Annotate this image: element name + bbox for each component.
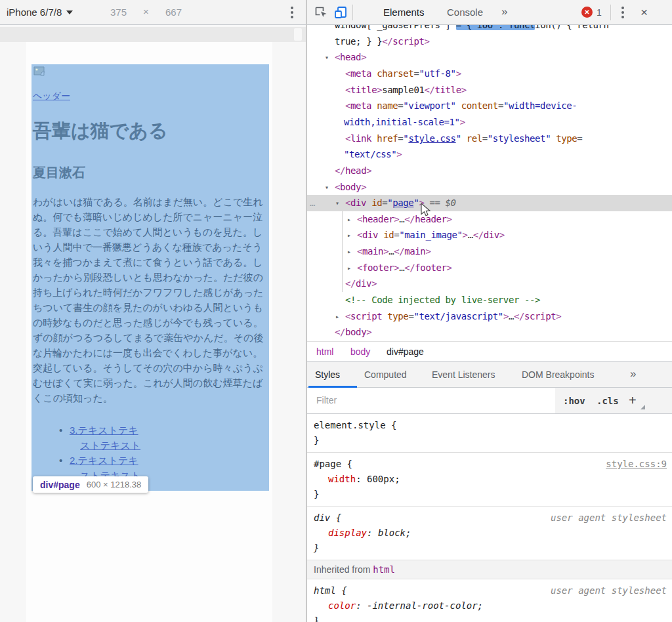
node-markup: <header>…</header> bbox=[357, 211, 452, 228]
device-select[interactable]: iPhone 6/7/8 bbox=[7, 7, 73, 18]
node-markup: <meta charset="utf-8"> bbox=[345, 66, 461, 82]
breadcrumb: html body div#page bbox=[307, 341, 672, 362]
inspect-element-icon[interactable] bbox=[314, 5, 328, 20]
dom-tree-node[interactable]: </head> bbox=[307, 163, 672, 179]
list-item-link-wrap[interactable]: ストテキスト bbox=[80, 440, 140, 451]
node-overflow-icon[interactable]: … bbox=[310, 195, 315, 211]
breadcrumb-html[interactable]: html bbox=[316, 342, 333, 362]
node-markup: <meta name="viewport" content="width=dev… bbox=[345, 98, 577, 114]
dom-tree-node[interactable]: ▸<script type="text/javascript">…</scrip… bbox=[307, 308, 672, 325]
more-tabs-icon[interactable]: » bbox=[501, 0, 507, 25]
emulation-scrollbar-thumb[interactable] bbox=[294, 28, 302, 41]
tab-event-listeners[interactable]: Event Listeners bbox=[432, 362, 495, 388]
error-badge-icon[interactable]: ✕ bbox=[581, 7, 593, 18]
device-emulation-panel: iPhone 6/7/8 375 × 667 ヘッダー 吾輩は猫である 夏目漱石… bbox=[0, 0, 306, 622]
breadcrumb-div-page[interactable]: div#page bbox=[387, 342, 424, 362]
style-property[interactable]: color: -internal-root-color; bbox=[307, 598, 672, 613]
viewport-width-field[interactable]: 375 bbox=[110, 7, 127, 18]
paragraph-line: ぬ。何でも薄暗いじめじめした所でニャーニャー泣 bbox=[33, 209, 269, 224]
style-rule[interactable]: div {user agent stylesheetdisplay: block… bbox=[307, 507, 672, 560]
page-link-list: 3.テキストテキストテキスト2.テキストテキストテキスト bbox=[59, 423, 140, 483]
node-markup: </body> bbox=[335, 324, 371, 341]
viewport-height-field[interactable]: 667 bbox=[165, 7, 182, 18]
toggle-cls[interactable]: .cls bbox=[597, 388, 619, 414]
dom-tree-node[interactable]: <link href="style.css" rel="stylesheet" … bbox=[307, 131, 672, 147]
collapse-arrow-icon[interactable]: ▾ bbox=[325, 179, 329, 196]
dom-tree-node[interactable]: ▸<footer>…</footer> bbox=[307, 260, 672, 276]
node-markup: "text/css"> bbox=[344, 146, 402, 163]
device-select-label: iPhone 6/7/8 bbox=[7, 7, 62, 18]
page-header-link[interactable]: ヘッダー bbox=[33, 91, 70, 102]
mouse-cursor-icon bbox=[421, 203, 432, 218]
element-dimensions-tooltip: div#page 600 × 1218.38 bbox=[33, 476, 148, 493]
list-item-link[interactable]: 3.テキストテキ bbox=[70, 425, 138, 436]
style-rule[interactable]: #page {style.css:9width: 600px;} bbox=[307, 453, 672, 507]
paragraph-line: ちついて書生の顔を見たのがいわゆる人間というも bbox=[33, 300, 269, 315]
expand-arrow-icon[interactable]: ▸ bbox=[335, 308, 339, 325]
emulation-scrollbar-track[interactable] bbox=[0, 27, 306, 42]
paragraph-line: むせぽくて実に弱った。これが人間の飲む煙草たば bbox=[33, 375, 269, 390]
dom-tree-node[interactable]: true; } }</script> bbox=[307, 33, 672, 50]
dom-tree-node[interactable]: <meta name="viewport" content="width=dev… bbox=[307, 98, 672, 114]
paragraph-line: くこの頃知った。 bbox=[33, 390, 269, 405]
collapse-arrow-icon[interactable]: ▾ bbox=[335, 195, 339, 211]
dom-tree-node[interactable]: ▸<div id="main_image">…</div> bbox=[307, 227, 672, 243]
paragraph-line: る。吾輩はここで始めて人間というものを見た。し bbox=[33, 224, 269, 239]
tab-elements[interactable]: Elements bbox=[383, 0, 425, 25]
expand-arrow-icon[interactable]: ▸ bbox=[347, 227, 351, 243]
collapse-arrow-icon[interactable]: ▾ bbox=[325, 49, 329, 66]
dom-tree-node[interactable]: ▸<main>…</main> bbox=[307, 243, 672, 260]
toggle-hov[interactable]: :hov bbox=[563, 388, 585, 414]
device-toolbar-menu-icon[interactable] bbox=[286, 5, 298, 20]
devtools-menu-icon[interactable] bbox=[617, 5, 629, 20]
dom-tree-node[interactable]: </div> bbox=[307, 276, 672, 292]
tab-computed[interactable]: Computed bbox=[364, 362, 407, 388]
tab-console[interactable]: Console bbox=[447, 0, 483, 25]
expand-arrow-icon[interactable]: ▸ bbox=[347, 260, 351, 276]
dom-tree-node[interactable]: <title>sample01</title> bbox=[307, 82, 672, 98]
styles-filter-row: Filter :hov .cls + bbox=[307, 388, 672, 414]
expand-arrow-icon[interactable]: ▸ bbox=[347, 211, 351, 228]
styles-filter-input[interactable]: Filter bbox=[307, 388, 555, 413]
tab-styles[interactable]: Styles bbox=[315, 362, 340, 388]
error-count: 1 bbox=[597, 0, 602, 25]
close-devtools-icon[interactable]: × bbox=[640, 0, 648, 25]
node-markup: true; } }</script> bbox=[335, 33, 430, 50]
style-rule[interactable]: html {user agent stylesheetcolor: -inter… bbox=[307, 579, 672, 622]
list-item: 3.テキストテキストテキスト bbox=[59, 423, 140, 453]
tab-dom-breakpoints[interactable]: DOM Breakpoints bbox=[522, 362, 594, 388]
dom-tree-node[interactable]: ▾<head> bbox=[307, 49, 672, 66]
node-markup: width,initial-scale=1"> bbox=[344, 114, 465, 131]
style-rule[interactable]: element.style {} bbox=[307, 414, 672, 453]
dom-tree: window["_gaUserPrefs"] = { ioo : functio… bbox=[307, 0, 672, 341]
dom-tree-node[interactable]: ▸<header>…</header> bbox=[307, 211, 672, 228]
style-property[interactable]: width: 600px; bbox=[307, 472, 672, 487]
tree-indent-guide bbox=[342, 211, 343, 292]
dom-tree-node[interactable]: ▾<body> bbox=[307, 179, 672, 196]
node-markup: <script type="text/javascript">…</script… bbox=[345, 308, 561, 325]
dom-tree-node[interactable]: </body> bbox=[307, 324, 672, 341]
devtools-window: iPhone 6/7/8 375 × 667 ヘッダー 吾輩は猫である 夏目漱石… bbox=[0, 0, 672, 622]
paragraph-line: 持ち上げられた時何だかフワフワした感じがあった bbox=[33, 285, 269, 300]
tooltip-selector: div#page bbox=[40, 480, 80, 490]
dimension-times-icon: × bbox=[143, 6, 149, 17]
dom-tree-node[interactable]: width,initial-scale=1"> bbox=[307, 114, 672, 131]
style-property[interactable]: display: block; bbox=[307, 526, 672, 541]
paragraph-line: ずの顔がつるつるしてまるで薬缶やかんだ。その後 bbox=[33, 330, 269, 345]
dom-tree-node[interactable]: <meta charset="utf-8"> bbox=[307, 66, 672, 82]
device-toolbar-toggle-icon[interactable] bbox=[333, 5, 348, 20]
breadcrumb-body[interactable]: body bbox=[350, 342, 370, 362]
new-style-rule-button[interactable]: + bbox=[629, 388, 637, 414]
node-markup: <main>…</main> bbox=[357, 243, 430, 260]
inherited-from-header: Inherited from html bbox=[307, 560, 672, 579]
devtools-panel: Elements Console » ✕ 1 × window["_gaUser… bbox=[307, 0, 672, 622]
expand-arrow-icon[interactable]: ▸ bbox=[347, 243, 351, 260]
inherited-tag-link[interactable]: html bbox=[373, 564, 395, 575]
dom-tree-node[interactable]: "text/css"> bbox=[307, 146, 672, 163]
dom-tree-node[interactable]: <!-- Code injected by live-server --> bbox=[307, 292, 672, 308]
node-markup: </div> bbox=[345, 276, 377, 292]
list-item-link[interactable]: 2.テキストテキ bbox=[70, 455, 138, 466]
dom-tree-node-selected[interactable]: …▾<div id="page"> == $0 bbox=[307, 195, 672, 211]
sidebar-more-tabs-icon[interactable]: » bbox=[630, 362, 636, 388]
stylesheet-source-link[interactable]: style.css:9 bbox=[606, 457, 667, 472]
